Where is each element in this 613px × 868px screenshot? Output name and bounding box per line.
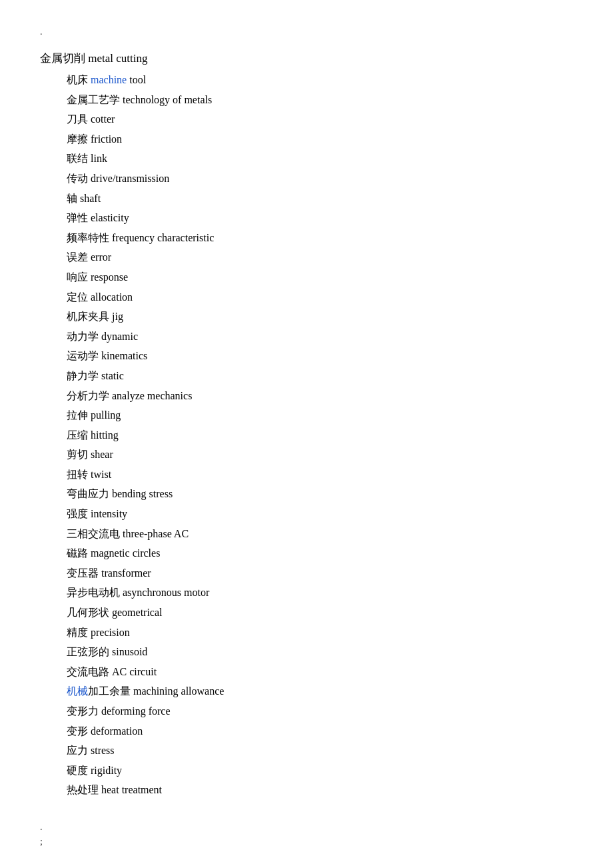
list-item: 机床夹具 jig: [67, 307, 573, 327]
item-text: 磁路 magnetic circles: [67, 547, 160, 559]
item-text: 刀具 cotter: [67, 113, 115, 125]
list-item: 静力学 static: [67, 366, 573, 386]
list-item: 磁路 magnetic circles: [67, 543, 573, 563]
item-text: 异步电动机 asynchronous motor: [67, 587, 209, 598]
list-item: 弹性 elasticity: [67, 208, 573, 228]
jixie-link[interactable]: 机械: [67, 685, 88, 697]
list-item: 精度 precision: [67, 623, 573, 643]
list-item: 轴 shaft: [67, 189, 573, 209]
item-text: 频率特性 frequency characteristic: [67, 232, 214, 243]
list-item: 金属工艺学 technology of metals: [67, 90, 573, 110]
item-text: 动力学 dynamic: [67, 331, 138, 342]
list-item: 异步电动机 asynchronous motor: [67, 583, 573, 603]
list-item: 三相交流电 three-phase AC: [67, 524, 573, 544]
list-item: 定位 allocation: [67, 287, 573, 307]
footer-line2: ;: [40, 835, 573, 849]
item-text: 正弦形的 sinusoid: [67, 646, 147, 657]
item-text: 机床夹具 jig: [67, 311, 123, 322]
item-text: 变压器 transformer: [67, 567, 151, 579]
list-item: 运动学 kinematics: [67, 346, 573, 366]
item-text: 联结 link: [67, 153, 107, 164]
item-text: 定位 allocation: [67, 291, 133, 303]
item-text: 运动学 kinematics: [67, 350, 147, 361]
footer-line1: .: [40, 820, 573, 835]
section-title: 金属切削 metal cutting: [40, 51, 573, 66]
list-item: 响应 response: [67, 267, 573, 287]
list-item: 误差 error: [67, 247, 573, 267]
list-item: 刀具 cotter: [67, 109, 573, 129]
item-text: 压缩 hitting: [67, 429, 119, 441]
item-text: 三相交流电 three-phase AC: [67, 528, 189, 539]
item-text-after: 加工余量 machining allowance: [88, 685, 224, 697]
item-text: 扭转 twist: [67, 469, 111, 480]
item-text: 摩擦 friction: [67, 133, 122, 145]
list-item: 变形力 deforming force: [67, 701, 573, 721]
list-item: 联结 link: [67, 149, 573, 169]
list-item: 机床 machine tool: [67, 70, 573, 90]
item-text: 热处理 heat treatment: [67, 784, 162, 795]
list-item: 压缩 hitting: [67, 425, 573, 445]
item-text: 强度 intensity: [67, 508, 127, 519]
header-dot: .: [40, 27, 573, 37]
item-text: 金属工艺学 technology of metals: [67, 94, 212, 105]
item-text-before: 机床: [67, 74, 91, 85]
item-text: 分析力学 analyze mechanics: [67, 390, 192, 401]
list-item: 交流电路 AC circuit: [67, 662, 573, 682]
item-text-after: tool: [127, 74, 146, 85]
item-text: 拉伸 pulling: [67, 409, 121, 421]
item-text: 响应 response: [67, 271, 128, 283]
list-item: 频率特性 frequency characteristic: [67, 228, 573, 248]
list-item: 摩擦 friction: [67, 129, 573, 149]
list-item: 机械加工余量 machining allowance: [67, 681, 573, 701]
list-item: 传动 drive/transmission: [67, 169, 573, 189]
list-item: 应力 stress: [67, 741, 573, 761]
list-item: 剪切 shear: [67, 445, 573, 465]
list-item: 动力学 dynamic: [67, 327, 573, 347]
item-text: 变形力 deforming force: [67, 705, 171, 717]
item-text: 弹性 elasticity: [67, 212, 129, 223]
item-list: 机床 machine tool 金属工艺学 technology of meta…: [67, 70, 573, 800]
list-item: 几何形状 geometrical: [67, 603, 573, 623]
item-text: 应力 stress: [67, 745, 115, 756]
list-item: 热处理 heat treatment: [67, 780, 573, 800]
item-text: 传动 drive/transmission: [67, 173, 169, 184]
list-item: 扭转 twist: [67, 465, 573, 485]
item-text: 静力学 static: [67, 370, 124, 381]
item-text: 硬度 rigidity: [67, 765, 122, 776]
list-item: 拉伸 pulling: [67, 405, 573, 425]
machine-link[interactable]: machine: [91, 74, 127, 85]
list-item: 正弦形的 sinusoid: [67, 642, 573, 662]
list-item: 强度 intensity: [67, 504, 573, 524]
item-text: 变形 deformation: [67, 725, 143, 737]
list-item: 硬度 rigidity: [67, 761, 573, 781]
item-text: 弯曲应力 bending stress: [67, 488, 173, 499]
list-item: 变形 deformation: [67, 721, 573, 741]
item-text: 误差 error: [67, 251, 111, 263]
item-text: 几何形状 geometrical: [67, 607, 163, 618]
item-text: 轴 shaft: [67, 193, 101, 204]
footer: . ;: [40, 820, 573, 850]
list-item: 分析力学 analyze mechanics: [67, 386, 573, 406]
item-text: 交流电路 AC circuit: [67, 666, 157, 677]
list-item: 弯曲应力 bending stress: [67, 484, 573, 504]
list-item: 变压器 transformer: [67, 563, 573, 583]
item-text: 精度 precision: [67, 627, 130, 638]
item-text: 剪切 shear: [67, 449, 113, 460]
